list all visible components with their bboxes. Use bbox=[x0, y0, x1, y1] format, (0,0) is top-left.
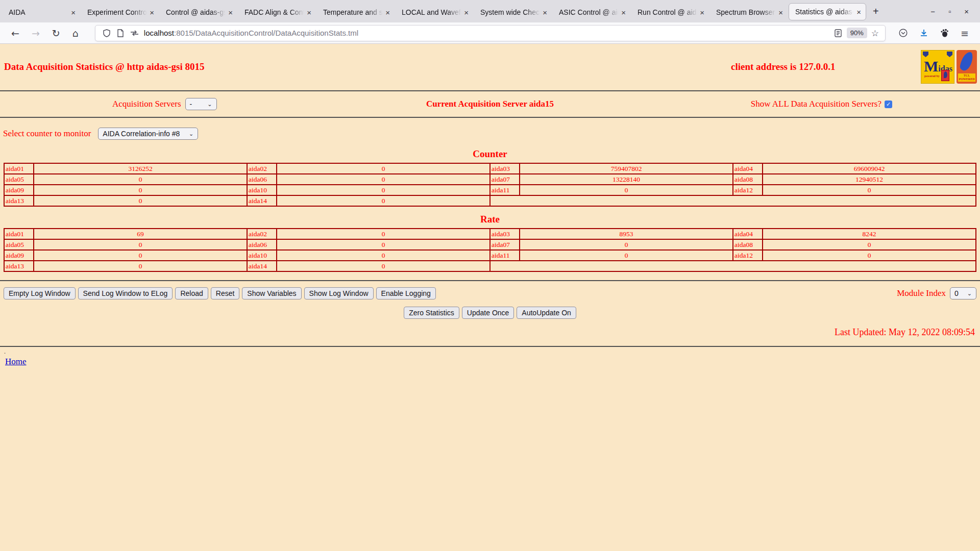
browser-tab[interactable]: Temperature and st× bbox=[317, 3, 395, 21]
browser-tab[interactable]: Spectrum Browser× bbox=[710, 3, 788, 21]
button-send-log-window-to-elog[interactable]: Send Log Window to ELog bbox=[78, 287, 173, 299]
counter-cell-name: aida14 bbox=[247, 195, 277, 206]
tab-close-icon[interactable]: × bbox=[698, 8, 706, 17]
counter-cell-name: aida12 bbox=[733, 185, 763, 195]
tab-close-icon[interactable]: × bbox=[305, 8, 313, 17]
rate-cell-value: 0 bbox=[34, 250, 247, 261]
home-link[interactable]: Home bbox=[5, 357, 27, 367]
tcl-powered-logo: TCLPOWERED bbox=[957, 50, 977, 84]
shield-icon[interactable] bbox=[100, 29, 114, 37]
counter-cell-name: aida02 bbox=[247, 163, 277, 174]
rate-cell-name: aida13 bbox=[4, 261, 34, 271]
tab-title: Temperature and st bbox=[323, 8, 384, 16]
rate-cell-name: aida04 bbox=[733, 229, 763, 239]
rate-cell-value: 0 bbox=[277, 250, 490, 261]
show-all-servers-label: Show ALL Data Acquisition Servers? bbox=[751, 99, 881, 109]
url-bar[interactable]: localhost:8015/DataAcquisitionControl/Da… bbox=[95, 25, 886, 41]
show-all-servers-checkbox[interactable]: ✓ bbox=[885, 101, 892, 108]
rate-row: aida090aida100aida110aida120 bbox=[4, 250, 976, 261]
maximize-button[interactable]: ▫ bbox=[948, 7, 951, 16]
button-show-log-window[interactable]: Show Log Window bbox=[304, 287, 374, 299]
divider bbox=[0, 117, 980, 118]
tab-title: System wide Check bbox=[480, 8, 541, 16]
tab-close-icon[interactable]: × bbox=[855, 8, 863, 16]
counter-cell-name: aida01 bbox=[4, 163, 34, 174]
counter-cell-name: aida03 bbox=[490, 163, 520, 174]
button-show-variables[interactable]: Show Variables bbox=[242, 287, 301, 299]
counter-heading: Counter bbox=[0, 148, 980, 160]
minimize-button[interactable]: − bbox=[930, 7, 935, 16]
tab-close-icon[interactable]: × bbox=[462, 8, 470, 17]
tab-close-icon[interactable]: × bbox=[620, 8, 627, 17]
counter-table: aida013126252aida020aida03759407802aida0… bbox=[4, 163, 976, 207]
tab-close-icon[interactable]: × bbox=[148, 8, 156, 17]
button-update-once[interactable]: Update Once bbox=[462, 307, 514, 319]
tcl-powered-text: TCLPOWERED bbox=[958, 73, 975, 82]
browser-tab[interactable]: Statistics @ aidas-g× bbox=[789, 3, 866, 20]
zoom-level-indicator[interactable]: 90% bbox=[847, 28, 867, 38]
reload-button[interactable]: ↻ bbox=[46, 28, 66, 39]
midas-shield-icon bbox=[923, 52, 928, 57]
browser-toolbar: ← → ↻ ⌂ localhost:8015/DataAcquisitionCo… bbox=[0, 22, 980, 44]
bookmark-star-icon[interactable]: ☆ bbox=[869, 28, 881, 38]
gnome-foot-icon[interactable] bbox=[940, 29, 948, 37]
rate-heading: Rate bbox=[0, 214, 980, 225]
rate-cell-value: 0 bbox=[277, 261, 490, 271]
browser-tab[interactable]: Control @ aidas-gs× bbox=[160, 3, 237, 21]
counter-cell-name: aida05 bbox=[4, 174, 34, 185]
button-reload[interactable]: Reload bbox=[175, 287, 208, 299]
counter-table-body: aida013126252aida020aida03759407802aida0… bbox=[4, 163, 976, 206]
tab-title: Experiment Control bbox=[87, 8, 148, 16]
browser-tab[interactable]: Experiment Control× bbox=[81, 3, 159, 21]
tab-close-icon[interactable]: × bbox=[777, 8, 785, 17]
counter-cell-value: 0 bbox=[34, 195, 247, 206]
midas-powered-by: powered by bbox=[924, 74, 940, 78]
counter-cell-value: 0 bbox=[277, 185, 490, 195]
rate-row: aida050aida060aida070aida080 bbox=[4, 239, 976, 250]
back-button[interactable]: ← bbox=[5, 28, 26, 39]
counter-monitor-select[interactable]: AIDA Correlation-info #8⌄ bbox=[98, 128, 198, 140]
button-zero-statistics[interactable]: Zero Statistics bbox=[404, 307, 459, 319]
tab-title: FADC Align & Cont bbox=[244, 8, 305, 16]
counter-cell-name: aida09 bbox=[4, 185, 34, 195]
url-text[interactable]: localhost:8015/DataAcquisitionControl/Da… bbox=[144, 29, 831, 37]
page-icon[interactable] bbox=[114, 29, 127, 37]
hamburger-menu-icon[interactable]: ≡ bbox=[961, 28, 969, 39]
tab-close-icon[interactable]: × bbox=[69, 8, 77, 17]
tab-strip: AIDA×Experiment Control×Control @ aidas-… bbox=[2, 1, 867, 21]
module-index-select[interactable]: 0⌄ bbox=[950, 287, 976, 299]
page-content: Data Acquisition Statistics @ http aidas… bbox=[0, 44, 980, 551]
tab-title: Statistics @ aidas-g bbox=[795, 8, 855, 16]
button-reset[interactable]: Reset bbox=[211, 287, 240, 299]
chevron-down-icon: ⌄ bbox=[189, 131, 193, 137]
rate-row: aida0169aida020aida038953aida048242 bbox=[4, 229, 976, 239]
counter-row: aida130aida140 bbox=[4, 195, 976, 206]
last-updated-text: Last Updated: May 12, 2022 08:09:54 bbox=[0, 327, 975, 338]
tab-close-icon[interactable]: × bbox=[384, 8, 391, 17]
counter-cell-value: 0 bbox=[277, 174, 490, 185]
counter-cell-value: 696009042 bbox=[763, 163, 976, 174]
tab-title: LOCAL and Wavefo bbox=[402, 8, 462, 16]
browser-tab[interactable]: LOCAL and Wavefo× bbox=[396, 3, 473, 21]
rate-table-body: aida0169aida020aida038953aida048242aida0… bbox=[4, 229, 976, 271]
home-button[interactable]: ⌂ bbox=[66, 28, 85, 39]
button-autoupdate-on[interactable]: AutoUpdate On bbox=[517, 307, 576, 319]
tab-close-icon[interactable]: × bbox=[541, 8, 549, 17]
permissions-icon[interactable] bbox=[127, 30, 142, 37]
close-button[interactable]: × bbox=[964, 7, 969, 16]
pocket-icon[interactable] bbox=[899, 29, 908, 37]
button-empty-log-window[interactable]: Empty Log Window bbox=[4, 287, 76, 299]
browser-tab[interactable]: ASIC Control @ aid× bbox=[553, 3, 630, 21]
counter-cell-empty bbox=[490, 195, 976, 206]
counter-cell-name: aida04 bbox=[733, 163, 763, 174]
forward-button[interactable]: → bbox=[26, 28, 46, 39]
browser-tab[interactable]: Run Control @ aida× bbox=[631, 3, 709, 21]
tab-close-icon[interactable]: × bbox=[227, 8, 234, 17]
new-tab-button[interactable]: + bbox=[867, 6, 885, 17]
download-icon[interactable] bbox=[920, 29, 928, 37]
browser-tab[interactable]: FADC Align & Cont× bbox=[238, 3, 316, 21]
browser-tab[interactable]: System wide Check× bbox=[474, 3, 552, 21]
reader-mode-icon[interactable] bbox=[831, 29, 845, 37]
browser-tab[interactable]: AIDA× bbox=[3, 3, 80, 21]
button-enable-logging[interactable]: Enable Logging bbox=[376, 287, 436, 299]
